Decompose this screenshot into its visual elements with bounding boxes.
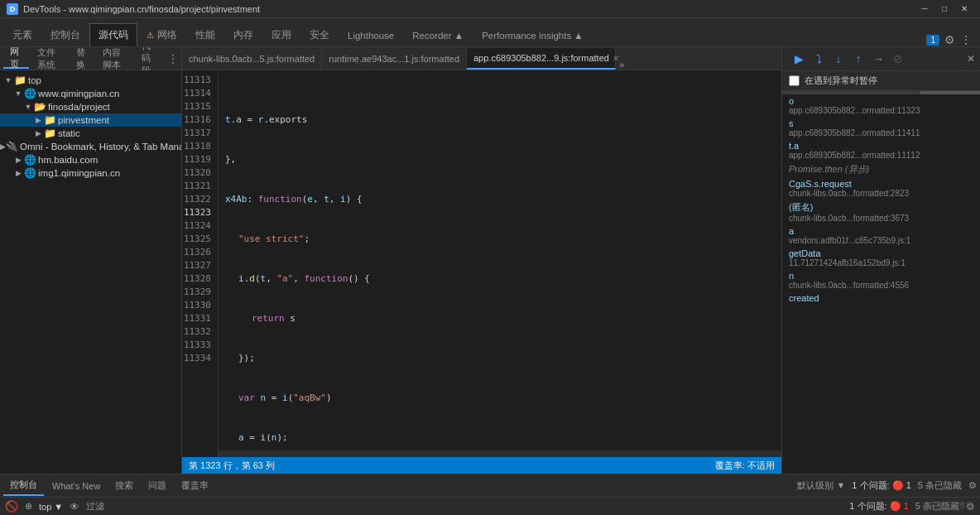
- devtools-icon: D: [7, 3, 18, 15]
- tab-page[interactable]: 网页: [3, 49, 29, 69]
- console-status-row: 🚫 ⊕ top ▼ 👁 过滤 1 个问题: 🔴 1 5 条已隐藏 ⚙: [0, 498, 980, 515]
- bottom-tab-whats-new[interactable]: What's New: [46, 476, 107, 496]
- pause-exceptions-checkbox[interactable]: [789, 75, 800, 86]
- tree-item-pinvestment[interactable]: ▶ 📁 pinvestment: [0, 113, 181, 127]
- call-stack-item-a[interactable]: a vendors.adfb01f...c85c735b9.js:1: [782, 224, 980, 247]
- code-line-11316: "use strict";: [225, 233, 775, 246]
- expand-arrow-finosda: ▼: [23, 103, 33, 111]
- tab-recorder[interactable]: Recorder ▲: [403, 23, 473, 46]
- window-title: DevTools - www.qimingpian.cn/finosda/pro…: [23, 4, 915, 14]
- bottom-tab-console[interactable]: 控制台: [3, 476, 44, 496]
- notification-badge: 1: [926, 35, 939, 46]
- tree-item-img1[interactable]: ▶ 🌐 img1.qimingpian.cn: [0, 166, 181, 180]
- tab-application[interactable]: 应用: [262, 23, 300, 46]
- call-stack-item-anon[interactable]: (匿名) chunk-libs.0acb...formatted:3673: [782, 200, 980, 224]
- tab-sources[interactable]: 源代码: [89, 23, 137, 46]
- hidden-count: 5 条已隐藏: [918, 479, 962, 492]
- tree-item-qimingpian[interactable]: ▼ 🌐 www.qimingpian.cn: [0, 87, 181, 100]
- code-line-11320: var n = i("aqBw"): [225, 392, 775, 405]
- bottom-tab-coverage[interactable]: 覆盖率: [175, 476, 215, 496]
- pause-exceptions-label: 在遇到异常时暂停: [805, 75, 877, 87]
- folder-icon-pinvestment: 📁: [43, 114, 56, 126]
- file-tab-app[interactable]: app.c689305b882...9.js:formatted ✕: [467, 48, 616, 70]
- minimize-button[interactable]: ─: [915, 2, 934, 16]
- more-tabs-icon[interactable]: ⋮: [168, 53, 178, 65]
- tree-item-top[interactable]: ▼ 📁 top: [0, 74, 181, 87]
- top-context-label[interactable]: top ▼: [39, 502, 63, 512]
- tab-performance[interactable]: 性能: [186, 23, 224, 46]
- code-line-11321: a = i(n);: [225, 431, 775, 445]
- debugger-controls: ▶ ⤵ ↓ ↑ → ⊘: [787, 51, 910, 67]
- code-line-11317: i.d(t, "a", function() {: [225, 272, 775, 286]
- expand-arrow-static: ▶: [33, 129, 43, 137]
- tab-network[interactable]: ⚠网络: [137, 23, 186, 46]
- tab-action-area: 1 ⚙ ⋮: [921, 33, 977, 46]
- tree-label-omni: Omni - Bookmark, History, & Tab Manager: [20, 142, 182, 152]
- tree-label-top: top: [28, 75, 41, 85]
- console-filter-icon[interactable]: ⊕: [25, 501, 32, 512]
- tab-lighthouse[interactable]: Lighthouse: [339, 23, 403, 46]
- step-out-button[interactable]: ↑: [850, 51, 867, 67]
- maximize-button[interactable]: □: [935, 2, 954, 16]
- tree-item-finosda[interactable]: ▼ 📂 finosda/project: [0, 100, 181, 113]
- folder-icon-top: 📁: [13, 75, 26, 86]
- call-stack-item-cgas[interactable]: CgaS.s.request chunk-libs.0acb...formatt…: [782, 177, 980, 200]
- close-panel-icon[interactable]: ✕: [967, 53, 975, 65]
- tree-label-pinvestment: pinvestment: [58, 115, 109, 125]
- file-tab-runtime[interactable]: runtime.ae943ac...1.js:formatted: [322, 48, 467, 70]
- more-icon[interactable]: ⋮: [960, 33, 972, 46]
- file-tab-label-runtime: runtime.ae943ac...1.js:formatted: [329, 54, 459, 64]
- editor-area: chunk-libs.0acb...5.js:formatted runtime…: [182, 47, 781, 474]
- domain-icon-hm: 🌐: [23, 154, 36, 166]
- bottom-tab-issues[interactable]: 问题: [142, 476, 173, 496]
- folder-icon-static: 📁: [43, 128, 56, 139]
- call-stack-async-header[interactable]: Promise.then (异步): [782, 161, 980, 177]
- code-editor[interactable]: 11313 11314 11315 11316 11317 11318 1131…: [182, 70, 781, 457]
- tab-content-scripts[interactable]: 内容脚本: [96, 49, 133, 69]
- default-level-dropdown[interactable]: 默认级别 ▼: [797, 479, 845, 492]
- resume-button[interactable]: ▶: [790, 51, 807, 67]
- bottom-panel: 控制台 What's New 搜索 问题 覆盖率 默认级别 ▼ 1 个问题: 🔴…: [0, 474, 980, 515]
- call-stack-item-n[interactable]: n chunk-libs.0acb...formatted:4556: [782, 269, 980, 291]
- code-content[interactable]: t.a = r.exports }, x4Ab: function(e, t, …: [219, 70, 781, 457]
- call-stack-item-getdata[interactable]: getData 11.71271424afb16a152bd9.js:1: [782, 247, 980, 269]
- tab-memory[interactable]: 内存: [224, 23, 262, 46]
- console-clear-icon[interactable]: 🚫: [5, 500, 18, 513]
- step-into-button[interactable]: ↓: [830, 51, 847, 67]
- close-tab-icon[interactable]: ✕: [612, 54, 619, 63]
- filter-label: 过滤: [86, 500, 104, 513]
- tab-filesystem[interactable]: 文件系统: [31, 49, 68, 69]
- tab-security[interactable]: 安全: [300, 23, 339, 46]
- file-tab-chunk-libs[interactable]: chunk-libs.0acb...5.js:formatted: [182, 48, 322, 70]
- tree-item-hm[interactable]: ▶ 🌐 hm.baidu.com: [0, 153, 181, 166]
- expand-arrow-omni: ▶: [0, 142, 6, 151]
- step-over-button[interactable]: ⤵: [810, 51, 827, 67]
- call-stack-item-created[interactable]: created: [782, 291, 980, 305]
- eye-icon[interactable]: 👁: [70, 501, 79, 513]
- call-stack-item-s[interactable]: s app.c689305b882...ormatted:11411: [782, 117, 980, 139]
- call-stack-item-o[interactable]: o app.c689305b882...ormatted:11323: [782, 94, 980, 117]
- tab-performance-insights[interactable]: Performance insights ▲: [473, 23, 593, 46]
- expand-arrow-qimingpian: ▼: [13, 89, 23, 98]
- extension-icon-omni: 🔌: [6, 141, 18, 152]
- settings-icon-bottom[interactable]: ⚙: [968, 480, 977, 491]
- editor-status-bar: 第 1323 行，第 63 列 覆盖率: 不适用: [182, 457, 781, 474]
- tree-item-static[interactable]: ▶ 📁 static: [0, 127, 181, 140]
- tab-overrides[interactable]: 替换: [70, 49, 95, 69]
- issue-count-badge: 1 个问题: 🔴 1: [852, 479, 910, 492]
- tab-console[interactable]: 控制台: [41, 23, 89, 46]
- call-stack-item-ta[interactable]: t.a app.c689305b882...ormatted:11112: [782, 139, 980, 161]
- step-button[interactable]: →: [870, 51, 886, 67]
- tree-item-omni[interactable]: ▶ 🔌 Omni - Bookmark, History, & Tab Mana…: [0, 140, 181, 153]
- domain-icon-qimingpian: 🌐: [23, 88, 36, 99]
- tab-elements[interactable]: 元素: [3, 23, 41, 46]
- bottom-tab-search[interactable]: 搜索: [108, 476, 140, 496]
- close-button[interactable]: ✕: [955, 2, 973, 16]
- code-line-11319: });: [225, 352, 775, 365]
- line-numbers: 11313 11314 11315 11316 11317 11318 1131…: [182, 70, 219, 457]
- tree-label-static: static: [58, 128, 80, 138]
- settings-icon[interactable]: ⚙: [944, 33, 955, 46]
- code-line-11315: x4Ab: function(e, t, i) {: [225, 193, 775, 206]
- expand-arrow-hm: ▶: [13, 156, 23, 164]
- tab-snippets[interactable]: 代码段: [135, 49, 166, 69]
